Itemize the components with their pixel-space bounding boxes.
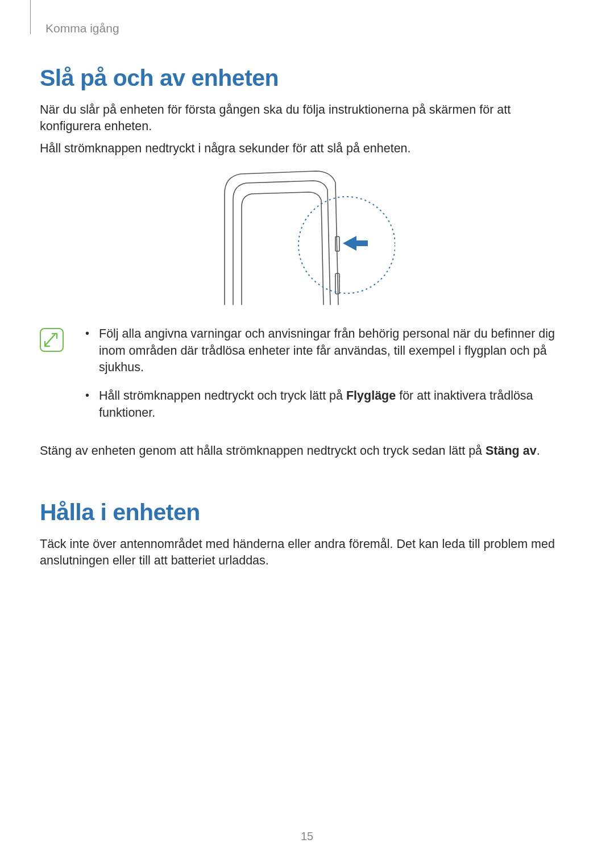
svg-marker-3 — [343, 236, 368, 251]
header-tab-line — [25, 0, 31, 34]
note-bullet-1: Följ alla angivna varningar och anvisnin… — [83, 326, 574, 376]
section1-p3-pre: Stäng av enheten genom att hålla strömkn… — [40, 444, 486, 458]
note-list: Följ alla angivna varningar och anvisnin… — [83, 326, 574, 433]
section1-p3-bold: Stäng av — [486, 444, 537, 458]
note-icon — [40, 328, 64, 352]
section-title-hold: Hålla i enheten — [40, 499, 574, 526]
section1-p3-post: . — [537, 444, 540, 458]
section1-paragraph-3: Stäng av enheten genom att hålla strömkn… — [40, 443, 574, 459]
section1-paragraph-1: När du slår på enheten för första gången… — [40, 102, 574, 135]
section-title-power: Slå på och av enheten — [40, 65, 574, 92]
note-bullet-2-bold: Flygläge — [346, 389, 396, 402]
device-power-button-figure — [40, 168, 574, 310]
section1-paragraph-2: Håll strömknappen nedtryckt i några seku… — [40, 140, 574, 157]
section2-paragraph-1: Täck inte över antennområdet med händern… — [40, 536, 574, 569]
page-number: 15 — [0, 830, 614, 843]
page-content: Komma igång Slå på och av enheten När du… — [0, 0, 614, 569]
note-bullet-2: Håll strömknappen nedtryckt och tryck lä… — [83, 388, 574, 421]
note-bullet-2-pre: Håll strömknappen nedtryckt och tryck lä… — [99, 389, 346, 402]
note-block: Följ alla angivna varningar och anvisnin… — [40, 326, 574, 433]
breadcrumb: Komma igång — [45, 22, 574, 35]
